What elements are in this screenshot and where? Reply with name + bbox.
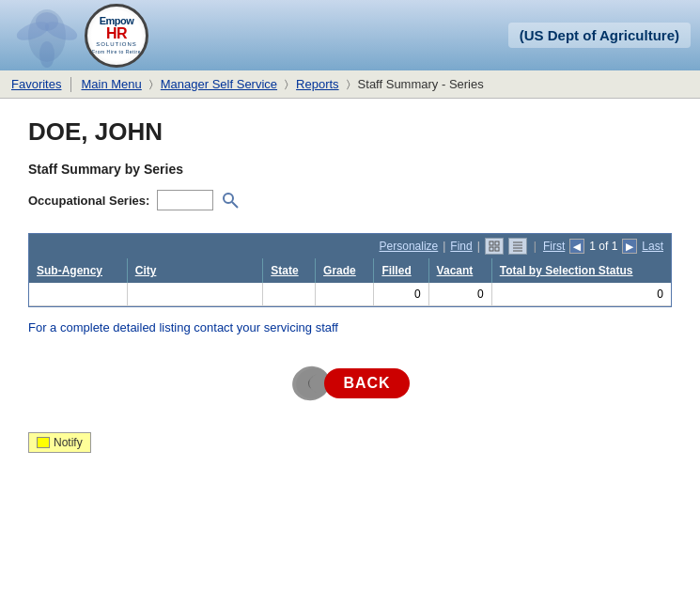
form-row: Occupational Series: [28, 190, 672, 210]
nav-chevron-3: 〉 [347, 78, 350, 90]
col-state: State [263, 258, 316, 283]
pagination-prev-button[interactable]: ◀ [569, 239, 584, 254]
occupational-series-input[interactable] [157, 190, 213, 210]
logo-badge: Empow HR Solutions From Hire to Retire [85, 4, 148, 68]
col-city: City [127, 258, 263, 283]
back-area: BACK [28, 363, 672, 404]
svg-rect-8 [495, 241, 499, 245]
table-container: Personalize | Find | | [28, 233, 672, 307]
grid-icon [489, 241, 500, 252]
columns-icon [512, 241, 523, 252]
logo-container: Empow HR Solutions From Hire to Retire [9, 3, 148, 69]
notify-button-label: Notify [54, 436, 83, 449]
cell-grade [316, 283, 374, 306]
col-vacant: Vacant [428, 258, 491, 283]
svg-point-4 [39, 41, 54, 68]
cell-total: 0 [491, 283, 671, 306]
col-sub-agency: Sub-Agency [29, 258, 127, 283]
search-icon [221, 191, 240, 210]
pagination-first[interactable]: First [543, 240, 565, 253]
header: Empow HR Solutions From Hire to Retire (… [0, 0, 700, 70]
dept-label: (US Dept of Agriculture) [508, 23, 691, 48]
table-row: 0 0 0 [29, 283, 671, 306]
col-total: Total by Selection Status [491, 258, 671, 283]
eagle-watermark [9, 3, 85, 69]
nav-item-manager-self-service[interactable]: Manager Self Service [157, 75, 281, 93]
footer-note: For a complete detailed listing contact … [28, 320, 672, 334]
cell-state [263, 283, 316, 306]
data-table: Sub-Agency City State Grade Filled Vacan… [29, 258, 671, 306]
svg-rect-7 [490, 241, 493, 245]
nav-item-reports[interactable]: Reports [292, 75, 343, 93]
nav-chevron-1: 〉 [149, 78, 153, 90]
notify-icon [37, 437, 50, 448]
toolbar-columns-icon-button[interactable] [508, 238, 527, 255]
svg-line-6 [232, 202, 238, 208]
cell-city [127, 283, 263, 306]
back-button-label: BACK [324, 368, 409, 398]
svg-point-5 [224, 194, 233, 203]
notify-button[interactable]: Notify [28, 432, 91, 453]
toolbar-sep3: | [534, 240, 537, 253]
toolbar-sep1: | [443, 240, 445, 253]
table-toolbar: Personalize | Find | | [29, 234, 671, 258]
main-content: DOE, JOHN Staff Summary by Series Occupa… [0, 99, 700, 472]
notify-area: Notify [28, 432, 672, 453]
occupational-series-search-button[interactable] [221, 191, 240, 210]
nav-chevron-2: 〉 [285, 78, 288, 90]
pagination-next-button[interactable]: ▶ [622, 239, 637, 254]
section-title: Staff Summary by Series [28, 162, 672, 177]
pagination-info: 1 of 1 [589, 240, 617, 253]
navbar: Favorites Main Menu 〉 Manager Self Servi… [0, 70, 700, 99]
back-button[interactable]: BACK [290, 363, 409, 404]
toolbar-find-link[interactable]: Find [450, 240, 472, 253]
svg-rect-9 [490, 247, 493, 251]
col-grade: Grade [316, 258, 374, 283]
nav-item-main-menu[interactable]: Main Menu [77, 75, 145, 93]
svg-rect-10 [495, 247, 499, 251]
toolbar-sep2: | [477, 240, 480, 253]
cell-filled: 0 [374, 283, 428, 306]
cell-vacant: 0 [428, 283, 491, 306]
employee-name: DOE, JOHN [28, 117, 672, 147]
occupational-series-label: Occupational Series: [28, 194, 149, 208]
nav-item-current: Staff Summary - Series [354, 75, 488, 93]
toolbar-personalize-link[interactable]: Personalize [380, 240, 439, 253]
cell-sub-agency [29, 283, 127, 306]
toolbar-grid-icon-button[interactable] [485, 238, 504, 255]
pagination-last[interactable]: Last [642, 240, 663, 253]
nav-divider-1 [70, 77, 71, 92]
nav-item-favorites[interactable]: Favorites [8, 75, 65, 93]
col-filled: Filled [374, 258, 428, 283]
